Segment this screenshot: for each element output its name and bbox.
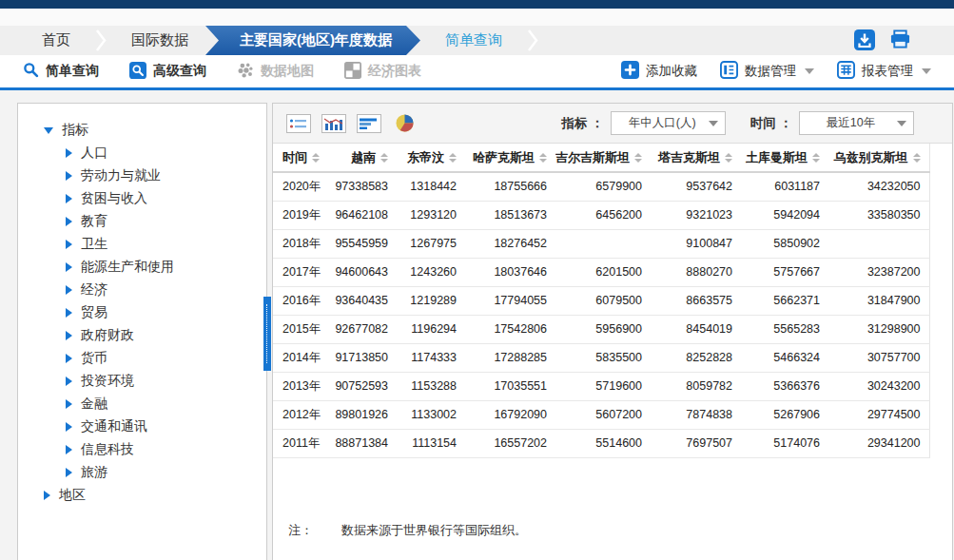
tree-item-11[interactable]: 投资环境: [18, 370, 266, 393]
tree-item-label: 贫困与收入: [81, 190, 147, 207]
column-header-label: 塔吉克斯坦: [658, 150, 720, 164]
table-row: 2015年92677082119629417542806595690084540…: [273, 315, 929, 343]
tree-item-12[interactable]: 金融: [18, 393, 266, 415]
value-cell: 34232050: [828, 172, 929, 201]
tree-item-14[interactable]: 信息科技: [18, 438, 266, 461]
sort-icon[interactable]: [913, 153, 921, 163]
toolbar-item-report-manage[interactable]: 报表管理: [837, 61, 931, 82]
panel-splitter-handle[interactable]: [263, 297, 271, 371]
value-cell: 1196294: [397, 315, 465, 343]
tree-item-13[interactable]: 交通和通讯: [18, 415, 266, 438]
sort-icon[interactable]: [812, 153, 820, 163]
indicator-select-label: 指标 ：: [561, 115, 603, 132]
breadcrumb-tab-1[interactable]: 首页: [17, 26, 95, 55]
value-cell: 9537642: [651, 172, 741, 201]
download-icon[interactable]: [854, 29, 875, 50]
column-header-5[interactable]: 吉尔吉斯斯坦: [555, 144, 651, 172]
value-cell: [828, 229, 929, 258]
column-header-3[interactable]: 东帝汶: [397, 144, 465, 172]
value-cell: 8059782: [651, 372, 741, 400]
breadcrumb-tab-3[interactable]: 主要国家(地区)年度数据: [205, 26, 420, 55]
tree-item-8[interactable]: 贸易: [18, 301, 266, 324]
breadcrumb-tab-2[interactable]: 国际数据: [107, 26, 213, 55]
value-cell: 7697507: [651, 429, 741, 457]
toolbar-item-label: 高级查询: [153, 63, 206, 80]
column-chart-view-icon[interactable]: [321, 114, 346, 133]
indicator-select[interactable]: 年中人口(人): [611, 111, 726, 135]
toolbar-item-data-manage[interactable]: 数据管理: [720, 61, 814, 82]
chevron-right-icon: [66, 285, 72, 295]
column-header-1[interactable]: 时间: [273, 144, 332, 172]
value-cell: 5956900: [555, 315, 651, 343]
tree-item-4[interactable]: 教育: [18, 210, 266, 233]
sort-icon[interactable]: [449, 153, 457, 163]
tree-root-indicators[interactable]: 指标: [18, 119, 266, 142]
value-cell: 8663575: [651, 286, 741, 315]
breadcrumb: 首页国际数据主要国家(地区)年度数据简单查询: [17, 26, 538, 55]
column-header-6[interactable]: 塔吉克斯坦: [651, 144, 741, 172]
sort-icon[interactable]: [634, 153, 642, 163]
toolbar-item-add-favorite[interactable]: 添加收藏: [621, 61, 697, 82]
value-cell: 5267906: [741, 400, 828, 429]
toolbar-item-econ-chart: 经济图表: [344, 62, 421, 82]
value-cell: 94600643: [332, 258, 397, 286]
data-panel: 指标 ： 年中人口(人) 时间 ： 最近10年 时间越南东帝汶哈萨克斯坦吉尔吉斯…: [272, 103, 953, 560]
toolbar-left: 简单查询高级查询数据地图经济图表: [23, 62, 452, 82]
time-select-label: 时间 ：: [750, 115, 792, 132]
breadcrumb-tab-4[interactable]: 简单查询: [420, 26, 527, 55]
value-cell: 95545959: [332, 229, 397, 258]
value-cell: 91713850: [332, 343, 397, 372]
toolbar-item-data-map: 数据地图: [237, 62, 314, 82]
sort-icon[interactable]: [380, 153, 388, 163]
toolbar-item-adv-search[interactable]: 高级查询: [129, 62, 206, 82]
indicator-select-value: 年中人口(人): [618, 115, 707, 131]
tree-item-15[interactable]: 旅游: [18, 461, 266, 484]
add-favorite-icon: [621, 61, 639, 82]
tree-item-9[interactable]: 政府财政: [18, 324, 266, 347]
year-cell: 2018年: [273, 229, 332, 258]
value-cell: 5662371: [741, 286, 828, 315]
tree-item-label: 人口: [81, 145, 107, 162]
printer-icon[interactable]: [889, 29, 911, 50]
chevron-right-icon: [66, 331, 72, 340]
value-cell: 5835500: [555, 343, 651, 372]
query-controls: 指标 ： 年中人口(人) 时间 ： 最近10年: [561, 111, 914, 135]
tree-item-label: 能源生产和使用: [81, 259, 174, 276]
tree-item-7[interactable]: 经济: [18, 279, 266, 301]
view-switcher: [286, 114, 417, 133]
tree-item-6[interactable]: 能源生产和使用: [18, 256, 266, 279]
toolbar-item-search[interactable]: 简单查询: [23, 62, 99, 81]
tree-item-3[interactable]: 贫困与收入: [18, 187, 266, 210]
sort-icon[interactable]: [539, 153, 547, 163]
tree-root-regions[interactable]: 地区: [18, 484, 266, 507]
value-cell: 5607200: [555, 400, 651, 429]
time-select[interactable]: 最近10年: [799, 111, 914, 135]
value-cell: 1243260: [397, 258, 465, 286]
value-cell: 9321023: [651, 201, 741, 229]
tree-item-10[interactable]: 货币: [18, 347, 266, 370]
econ-chart-icon: [344, 62, 361, 82]
table-row: 2019年96462108129312018513673645620093210…: [273, 201, 929, 229]
value-cell: 90752593: [332, 372, 397, 400]
pie-chart-view-icon[interactable]: [392, 114, 417, 133]
table-view-icon[interactable]: [286, 114, 311, 133]
column-header-2[interactable]: 越南: [332, 144, 397, 172]
tree-item-1[interactable]: 人口: [18, 142, 266, 164]
bar-chart-view-icon[interactable]: [357, 114, 381, 133]
chevron-down-icon: [44, 127, 53, 134]
column-header-7[interactable]: 土库曼斯坦: [741, 144, 828, 172]
year-cell: 2013年: [273, 372, 332, 400]
column-header-8[interactable]: 乌兹别克斯坦: [828, 144, 929, 172]
value-cell: 18037646: [465, 258, 555, 286]
data-manage-icon: [720, 61, 738, 82]
value-cell: 8454019: [651, 315, 741, 343]
sort-icon[interactable]: [312, 153, 320, 163]
value-cell: 5565283: [741, 315, 828, 343]
column-header-4[interactable]: 哈萨克斯坦: [465, 144, 555, 172]
page-background-band: [0, 9, 954, 26]
tree-item-2[interactable]: 劳动力与就业: [18, 164, 266, 187]
sort-icon[interactable]: [725, 153, 732, 163]
search-icon: [23, 62, 39, 81]
tree-item-5[interactable]: 卫生: [18, 233, 266, 256]
value-cell: 6579900: [555, 172, 651, 201]
